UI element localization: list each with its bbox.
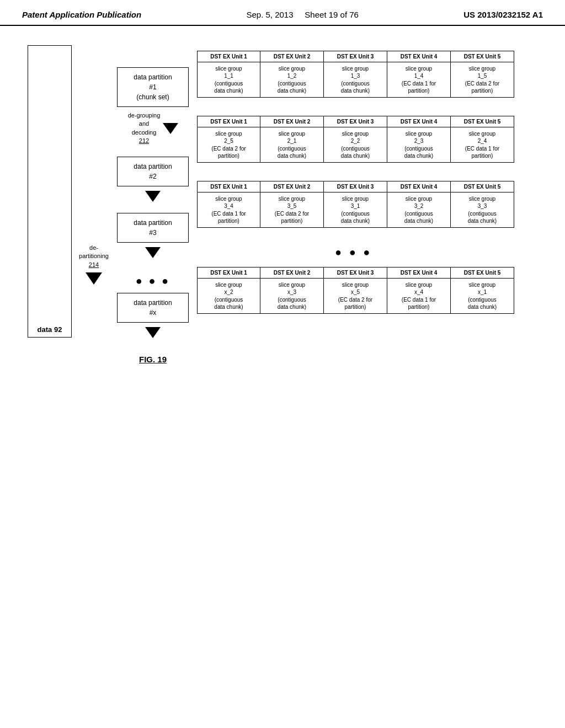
dst-cell-2-1: slice group2_5(EC data 2 forpartition) — [197, 127, 260, 163]
data-box-container: data 92 — [28, 45, 72, 338]
dst-header-1-3: DST EX Unit 3 — [324, 51, 387, 62]
partition-2-arrow — [145, 191, 161, 202]
dst-cell-1-2: slice group1_2(contiguousdata chunk) — [260, 62, 324, 98]
header-center: Sep. 5, 2013 Sheet 19 of 76 — [246, 10, 359, 19]
dst-header-2-4: DST EX Unit 4 — [387, 116, 451, 127]
dst-cell-x-1: slice groupx_2(contiguousdata chunk) — [197, 278, 260, 314]
dst-header-x-2: DST EX Unit 2 — [260, 267, 324, 278]
dst-dots: ● ● ● — [335, 246, 514, 259]
partition-2-box: data partition#2 — [117, 157, 189, 186]
partition-3-group: data partition#3 — [117, 213, 189, 258]
dots: ● ● ● — [136, 275, 170, 287]
partition-x-group: data partition#x — [117, 293, 189, 338]
dst-col-1-4: DST EX Unit 4 slice group1_4(EC data 1 f… — [387, 51, 451, 98]
degrouping-arrow-1 — [163, 123, 178, 134]
departitioning-label: de-partitioning214 — [79, 244, 109, 269]
dst-col-3-2: DST EX Unit 2 slice group3_5(EC data 2 f… — [260, 181, 324, 228]
dst-cell-2-3: slice group2_2(contiguousdata chunk) — [324, 127, 387, 163]
dst-area: DST EX Unit 1 slice group1_1(contiguousd… — [197, 51, 514, 324]
dst-col-3-5: DST EX Unit 5 slice group3_3(contiguousd… — [451, 181, 514, 228]
dst-col-x-3: DST EX Unit 3 slice groupx_5(EC data 2 f… — [324, 267, 387, 314]
dst-col-x-4: DST EX Unit 4 slice groupx_4(EC data 1 f… — [387, 267, 451, 314]
dst-header-3-4: DST EX Unit 4 — [387, 181, 451, 192]
partition-x-arrow — [145, 327, 161, 338]
dst-units-grid-2: DST EX Unit 1 slice group2_5(EC data 2 f… — [197, 116, 514, 163]
page-header: Patent Application Publication Sep. 5, 2… — [0, 0, 565, 26]
dst-group-2: DST EX Unit 1 slice group2_5(EC data 2 f… — [197, 116, 514, 163]
dst-header-1-4: DST EX Unit 4 — [387, 51, 451, 62]
degrouping-label: de-groupinganddecoding212 — [127, 111, 161, 146]
dst-cell-2-5: slice group2_4(EC data 1 forpartition) — [451, 127, 514, 163]
dst-header-2-2: DST EX Unit 2 — [260, 116, 324, 127]
dst-header-x-1: DST EX Unit 1 — [197, 267, 260, 278]
main-content: data 92 de-partitioning214 data partitio… — [0, 26, 565, 375]
dst-cell-3-4: slice group3_2(contiguousdata chunk) — [387, 192, 451, 228]
departitioning-section: de-partitioning214 — [74, 244, 113, 285]
departitioning-arrow — [86, 272, 102, 285]
dst-cell-2-2: slice group2_1(contiguousdata chunk) — [260, 127, 324, 163]
sheet-info: Sheet 19 of 76 — [305, 10, 359, 19]
dst-cell-x-3: slice groupx_5(EC data 2 forpartition) — [324, 278, 387, 314]
dst-cell-x-2: slice groupx_3(contiguousdata chunk) — [260, 278, 324, 314]
dst-cell-3-1: slice group3_4(EC data 1 forpartition) — [197, 192, 260, 228]
partition-1-arrow-row: de-groupinganddecoding212 — [127, 111, 178, 146]
dst-header-3-5: DST EX Unit 5 — [451, 181, 514, 192]
dst-col-2-5: DST EX Unit 5 slice group2_4(EC data 1 f… — [451, 116, 514, 163]
dst-units-grid-3: DST EX Unit 1 slice group3_4(EC data 1 f… — [197, 181, 514, 228]
dst-header-2-1: DST EX Unit 1 — [197, 116, 260, 127]
publication-title: Patent Application Publication — [22, 10, 141, 19]
dst-cell-3-5: slice group3_3(contiguousdata chunk) — [451, 192, 514, 228]
dst-cell-1-1: slice group1_1(contiguousdata chunk) — [197, 62, 260, 98]
dst-col-1-3: DST EX Unit 3 slice group1_3(contiguousd… — [324, 51, 387, 98]
dst-col-1-1: DST EX Unit 1 slice group1_1(contiguousd… — [197, 51, 260, 98]
dst-col-3-1: DST EX Unit 1 slice group3_4(EC data 1 f… — [197, 181, 260, 228]
departitioning-number: 214 — [89, 261, 99, 268]
dst-cell-1-3: slice group1_3(contiguousdata chunk) — [324, 62, 387, 98]
dst-cell-3-3: slice group3_1(contiguousdata chunk) — [324, 192, 387, 228]
dst-header-1-5: DST EX Unit 5 — [451, 51, 514, 62]
data-label: data 92 — [38, 325, 62, 334]
degrouping-number: 212 — [139, 137, 149, 145]
arrow-down-2 — [145, 191, 161, 202]
dst-header-2-3: DST EX Unit 3 — [324, 116, 387, 127]
partitions-column: data partition#1(chunk set) de-groupinga… — [114, 67, 191, 364]
dst-header-1-2: DST EX Unit 2 — [260, 51, 324, 62]
dst-group-x: DST EX Unit 1 slice groupx_2(contiguousd… — [197, 267, 514, 314]
dst-header-2-5: DST EX Unit 5 — [451, 116, 514, 127]
dst-col-x-1: DST EX Unit 1 slice groupx_2(contiguousd… — [197, 267, 260, 314]
arrow-down-3 — [145, 247, 161, 258]
partition-1-box: data partition#1(chunk set) — [117, 67, 189, 107]
partition-3-arrow — [145, 247, 161, 258]
dst-col-2-1: DST EX Unit 1 slice group2_5(EC data 2 f… — [197, 116, 260, 163]
dst-header-3-2: DST EX Unit 2 — [260, 181, 324, 192]
dst-header-x-4: DST EX Unit 4 — [387, 267, 451, 278]
dst-group-3: DST EX Unit 1 slice group3_4(EC data 1 f… — [197, 181, 514, 228]
dst-header-3-1: DST EX Unit 1 — [197, 181, 260, 192]
arrow-down-x — [145, 327, 161, 338]
data-outer-box: data 92 — [28, 45, 72, 338]
dst-col-3-4: DST EX Unit 4 slice group3_2(contiguousd… — [387, 181, 451, 228]
dst-cell-1-5: slice group1_5(EC data 2 forpartition) — [451, 62, 514, 98]
dst-col-x-2: DST EX Unit 2 slice groupx_3(contiguousd… — [260, 267, 324, 314]
dst-col-1-2: DST EX Unit 2 slice group1_2(contiguousd… — [260, 51, 324, 98]
partition-x-box: data partition#x — [117, 293, 189, 323]
dst-cell-3-2: slice group3_5(EC data 2 forpartition) — [260, 192, 324, 228]
dst-col-2-3: DST EX Unit 3 slice group2_2(contiguousd… — [324, 116, 387, 163]
dst-cell-x-5: slice groupx_1(contiguousdata chunk) — [451, 278, 514, 314]
dst-cell-1-4: slice group1_4(EC data 1 forpartition) — [387, 62, 451, 98]
dst-header-3-3: DST EX Unit 3 — [324, 181, 387, 192]
partition-1-group: data partition#1(chunk set) de-groupinga… — [117, 67, 189, 146]
dst-cell-2-4: slice group2_3(contiguousdata chunk) — [387, 127, 451, 163]
dst-col-2-4: DST EX Unit 4 slice group2_3(contiguousd… — [387, 116, 451, 163]
dst-group-1: DST EX Unit 1 slice group1_1(contiguousd… — [197, 51, 514, 98]
dst-units-grid-x: DST EX Unit 1 slice groupx_2(contiguousd… — [197, 267, 514, 314]
dst-units-grid-1: DST EX Unit 1 slice group1_1(contiguousd… — [197, 51, 514, 98]
dst-header-x-3: DST EX Unit 3 — [324, 267, 387, 278]
dst-header-x-5: DST EX Unit 5 — [451, 267, 514, 278]
patent-number: US 2013/0232152 A1 — [463, 10, 543, 19]
dst-col-3-3: DST EX Unit 3 slice group3_1(contiguousd… — [324, 181, 387, 228]
dst-col-2-2: DST EX Unit 2 slice group2_1(contiguousd… — [260, 116, 324, 163]
fig-label: FIG. 19 — [139, 355, 167, 364]
diagram-container: data 92 de-partitioning214 data partitio… — [28, 45, 548, 364]
dst-header-1-1: DST EX Unit 1 — [197, 51, 260, 62]
